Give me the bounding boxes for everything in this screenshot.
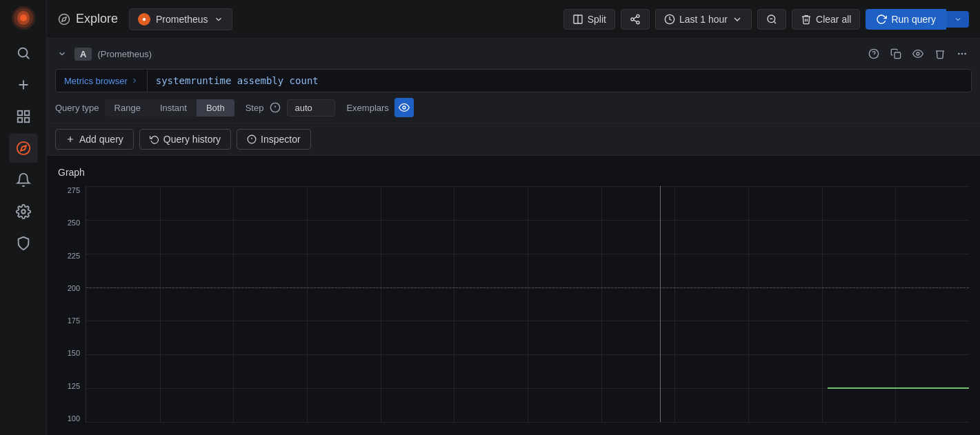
grid-v-9	[748, 186, 749, 422]
grid-v-5	[454, 186, 454, 422]
topbar: Explore ● Prometheus Split	[47, 0, 980, 39]
help-button[interactable]	[864, 44, 883, 63]
y-tick-150: 150	[68, 349, 80, 357]
prometheus-icon: ●	[138, 13, 150, 26]
time-range-button[interactable]: Last 1 hour	[655, 9, 752, 30]
svg-rect-6	[17, 118, 21, 122]
sidebar-item-settings[interactable]	[9, 197, 38, 226]
query-type-label: Query type	[55, 103, 99, 113]
page-title: Explore	[58, 12, 118, 26]
svg-point-27	[917, 52, 919, 55]
query-history-button[interactable]: Query history	[139, 129, 231, 150]
y-tick-250: 250	[68, 219, 80, 227]
svg-point-10	[21, 210, 26, 214]
inspector-button[interactable]: Inspector	[237, 129, 311, 150]
y-tick-275: 275	[68, 186, 80, 194]
svg-point-29	[961, 53, 963, 55]
svg-rect-26	[894, 52, 901, 59]
chevron-down-icon	[57, 49, 67, 59]
svg-line-22	[774, 21, 776, 23]
grid-v-4	[381, 186, 381, 422]
more-options-button[interactable]	[952, 44, 972, 63]
query-type-range[interactable]: Range	[105, 99, 150, 117]
cursor-line	[660, 186, 661, 422]
help-icon	[868, 48, 879, 59]
grafana-logo[interactable]	[11, 6, 36, 30]
exemplars-eye-icon	[399, 102, 410, 113]
grid-v-10	[822, 186, 823, 422]
copy-button[interactable]	[886, 44, 906, 63]
grid-v-8	[674, 186, 675, 422]
svg-marker-12	[62, 17, 66, 21]
sidebar-item-explore[interactable]	[9, 134, 38, 163]
grid-v-7	[601, 186, 602, 422]
y-tick-200: 200	[68, 284, 80, 292]
grid-v-6	[528, 186, 528, 422]
query-type-instant[interactable]: Instant	[150, 99, 197, 117]
split-button[interactable]: Split	[563, 9, 615, 30]
clear-all-button[interactable]: Clear all	[792, 9, 860, 30]
zoom-out-icon	[766, 14, 777, 25]
grid-h-7	[86, 422, 969, 423]
eye-icon	[912, 48, 923, 59]
y-tick-175: 175	[68, 316, 80, 325]
svg-point-3	[18, 48, 27, 57]
query-type-row: Query type Range Instant Both Step Exe	[55, 98, 972, 117]
query-header: A (Prometheus)	[55, 44, 972, 63]
svg-rect-5	[24, 111, 28, 115]
grid-v-1	[160, 186, 161, 422]
share-icon	[630, 14, 641, 25]
history-icon	[150, 134, 159, 144]
trash-small-icon	[934, 48, 946, 59]
svg-rect-4	[17, 111, 21, 115]
grid-v-2	[233, 186, 234, 422]
sidebar-item-add[interactable]	[9, 70, 38, 99]
svg-point-15	[637, 14, 639, 17]
grid-lines	[86, 186, 969, 422]
graph-plot	[86, 186, 969, 423]
exemplars-toggle[interactable]	[394, 98, 414, 117]
share-button[interactable]	[621, 9, 650, 30]
step-info-icon[interactable]	[269, 101, 281, 114]
run-query-caret[interactable]	[946, 11, 969, 28]
explore-icon	[58, 13, 70, 26]
clock-icon	[664, 14, 675, 25]
svg-marker-9	[21, 145, 26, 151]
sidebar-item-shield[interactable]	[9, 229, 38, 258]
svg-line-19	[634, 17, 637, 19]
run-query-button[interactable]: Run query	[866, 9, 946, 30]
metrics-browser-button[interactable]: Metrics browser	[56, 70, 148, 92]
inspector-icon	[247, 134, 257, 144]
grid-v-11	[895, 186, 896, 422]
query-type-both[interactable]: Both	[197, 99, 234, 117]
svg-point-30	[964, 53, 966, 55]
graph-area: Graph 275 250 225 200 175 150 125 100	[47, 156, 980, 435]
delete-query-button[interactable]	[930, 44, 950, 63]
svg-point-16	[631, 18, 634, 21]
svg-point-8	[17, 142, 29, 154]
data-series-line	[828, 387, 969, 389]
zoom-out-button[interactable]	[757, 9, 786, 30]
main-content: Explore ● Prometheus Split	[47, 0, 980, 435]
svg-rect-7	[24, 118, 28, 122]
query-type-group: Range Instant Both	[105, 99, 234, 117]
query-input-row: Metrics browser	[55, 69, 972, 92]
query-input[interactable]	[148, 70, 971, 92]
add-query-button[interactable]: Add query	[55, 129, 134, 150]
sidebar-item-dashboards[interactable]	[9, 102, 38, 131]
y-tick-100: 100	[68, 414, 80, 423]
sidebar-item-alerting[interactable]	[9, 165, 38, 194]
svg-point-2	[20, 14, 27, 21]
query-editor: A (Prometheus)	[47, 39, 980, 123]
info-icon	[270, 102, 281, 113]
eye-button[interactable]	[908, 44, 928, 63]
svg-point-28	[958, 53, 960, 55]
datasource-selector[interactable]: ● Prometheus	[129, 8, 232, 30]
sidebar	[0, 0, 47, 435]
y-tick-125: 125	[68, 382, 80, 390]
step-input[interactable]	[287, 99, 335, 117]
reference-line	[86, 287, 969, 288]
chevron-down-small-icon	[732, 14, 743, 25]
collapse-button[interactable]	[55, 47, 69, 61]
sidebar-item-search[interactable]	[9, 39, 38, 68]
